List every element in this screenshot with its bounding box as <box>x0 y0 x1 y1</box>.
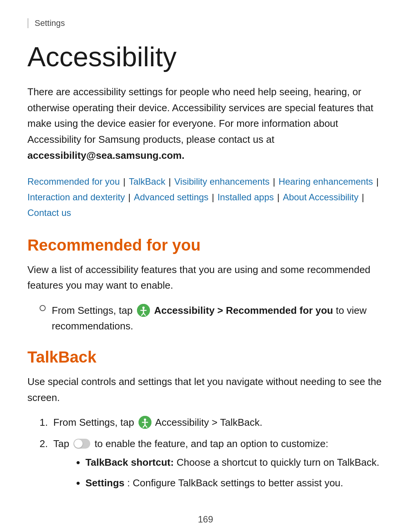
bullet-text-shortcut: TalkBack shortcut: Choose a shortcut to … <box>86 455 379 471</box>
page-title: Accessibility <box>27 42 384 72</box>
step-2-suffix: to enable the feature, and tap an option… <box>94 438 328 449</box>
recommended-section: Recommended for you View a list of acces… <box>27 236 384 334</box>
talkback-steps: 1. From Settings, tap Accessibi <box>40 415 384 496</box>
step-1-text: From Settings, tap Accessibility > TalkB… <box>53 415 262 431</box>
talkback-title: TalkBack <box>27 348 384 366</box>
bullet-suffix-settings: : Configure TalkBack settings to better … <box>127 477 343 489</box>
nav-link-installed[interactable]: Installed apps <box>217 192 274 202</box>
breadcrumb: Settings <box>27 18 384 28</box>
bullet-dot-2: • <box>76 475 80 491</box>
breadcrumb-text: Settings <box>35 18 65 28</box>
recommended-step-prefix: From Settings, tap <box>52 305 135 316</box>
bullet-suffix-shortcut: Choose a shortcut to quickly turn on Tal… <box>177 457 379 468</box>
nav-link-about[interactable]: About Accessibility <box>283 192 358 202</box>
page-number: 169 <box>198 514 213 525</box>
talkback-step-1: 1. From Settings, tap Accessibi <box>40 415 384 431</box>
bullet-item-settings: • Settings : Configure TalkBack settings… <box>76 475 379 491</box>
intro-paragraph: There are accessibility settings for peo… <box>27 84 384 163</box>
bullet-dot-1: • <box>76 455 80 471</box>
accessibility-icon-recommended <box>137 304 150 317</box>
nav-link-recommended[interactable]: Recommended for you <box>27 176 120 187</box>
talkback-description: Use special controls and settings that l… <box>27 374 384 406</box>
recommended-title: Recommended for you <box>27 236 384 254</box>
recommended-step-bold: Accessibility > Recommended for you <box>154 305 333 316</box>
nav-link-advanced[interactable]: Advanced settings <box>134 192 209 202</box>
bullet-text-settings: Settings : Configure TalkBack settings t… <box>86 475 343 491</box>
bullet-bold-settings: Settings <box>86 477 125 489</box>
nav-link-interaction[interactable]: Interaction and dexterity <box>27 192 125 202</box>
recommended-list-item: From Settings, tap Accessibility > Recom… <box>40 303 384 334</box>
accessibility-icon-talkback <box>139 416 151 429</box>
talkback-section: TalkBack Use special controls and settin… <box>27 348 384 496</box>
step-1-prefix: From Settings, tap <box>53 417 137 428</box>
nav-link-contact[interactable]: Contact us <box>27 208 71 218</box>
recommended-step-text: From Settings, tap Accessibility > Recom… <box>52 303 384 334</box>
step-1-bold: Accessibility > TalkBack. <box>155 417 262 428</box>
nav-link-hearing[interactable]: Hearing enhancements <box>279 176 373 187</box>
nav-link-talkback[interactable]: TalkBack <box>129 176 165 187</box>
bullet-item-shortcut: • TalkBack shortcut: Choose a shortcut t… <box>76 455 379 471</box>
circle-bullet-icon <box>40 305 46 311</box>
step-2-number: 2. <box>40 436 53 452</box>
nav-link-visibility[interactable]: Visibility enhancements <box>174 176 269 187</box>
toggle-icon <box>73 439 90 449</box>
step-2-prefix: Tap <box>53 438 72 449</box>
step-2-text: Tap to enable the feature, and tap an op… <box>53 436 379 496</box>
recommended-description: View a list of accessibility features th… <box>27 262 384 294</box>
step-1-number: 1. <box>40 415 53 431</box>
talkback-step-2: 2. Tap to enable the feature, and tap an… <box>40 436 384 496</box>
talkback-bullet-list: • TalkBack shortcut: Choose a shortcut t… <box>76 455 379 491</box>
nav-links: Recommended for you | TalkBack | Visibil… <box>27 174 384 220</box>
intro-text: There are accessibility settings for peo… <box>27 86 373 145</box>
email-text: accessibility@sea.samsung.com. <box>27 150 185 161</box>
bullet-bold-shortcut: TalkBack shortcut: <box>86 457 174 468</box>
